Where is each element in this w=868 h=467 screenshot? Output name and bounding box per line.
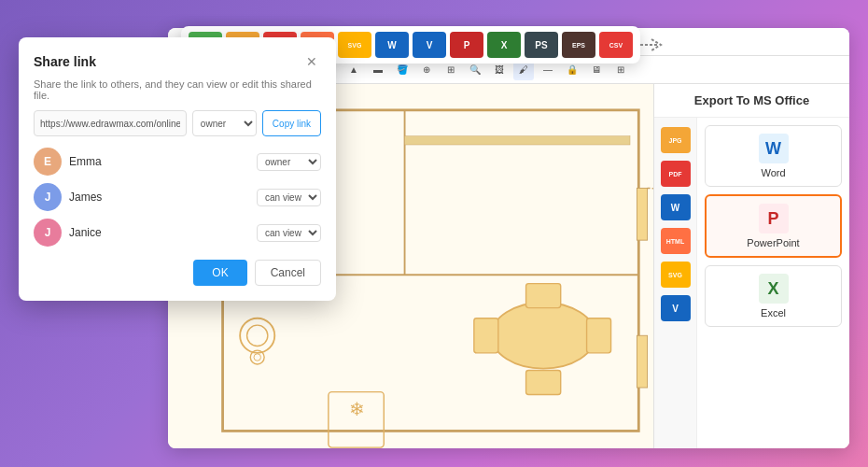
svg-rect-17 [474, 318, 498, 353]
svg-rect-16 [526, 370, 561, 394]
svg-rect-20 [637, 335, 647, 388]
user-name-james: James [69, 191, 257, 204]
user-role-james[interactable]: can view owner [257, 189, 321, 206]
cancel-button[interactable]: Cancel [255, 260, 321, 286]
format-icon-svg[interactable]: SVG [338, 32, 371, 58]
user-name-emma: Emma [69, 155, 257, 168]
export-option-icon-excel: X [759, 274, 789, 304]
modal-footer: OK Cancel [34, 260, 321, 286]
export-option-icon-word: W [759, 134, 789, 163]
format-icon-p[interactable]: P [450, 32, 483, 58]
avatar-james: J [34, 183, 62, 211]
export-option-excel[interactable]: XExcel [705, 265, 842, 327]
format-icon-ps[interactable]: PS [525, 32, 558, 58]
svg-rect-15 [526, 284, 561, 308]
user-name-janice: Janice [69, 226, 257, 239]
format-icon-w[interactable]: W [375, 32, 409, 58]
export-option-label-excel: Excel [761, 307, 786, 318]
export-side-icon-v[interactable]: V [661, 295, 691, 321]
share-modal: Share link ✕ Share the link to others, a… [19, 37, 336, 301]
export-option-powerpoint[interactable]: PPowerPoint [705, 194, 842, 258]
export-panel-title: Export To MS Office [654, 84, 849, 118]
export-side-icon-w[interactable]: W [661, 194, 691, 220]
svg-point-14 [491, 303, 595, 369]
export-side-icon-pdf[interactable]: PDF [661, 161, 691, 187]
export-option-icon-powerpoint: P [759, 204, 789, 234]
user-role-janice[interactable]: can view owner [257, 224, 321, 242]
user-row-james: J James can view owner [34, 183, 321, 211]
link-input[interactable] [34, 110, 187, 136]
export-option-word[interactable]: WWord [705, 125, 842, 187]
modal-description: Share the link to others, and they can v… [34, 78, 321, 101]
link-row: owner can view can edit Copy link [34, 110, 321, 136]
user-row-emma: E Emma owner can view [34, 148, 321, 176]
svg-rect-18 [587, 318, 611, 353]
format-icon-v[interactable]: V [413, 32, 446, 58]
avatar-janice: J [34, 219, 62, 247]
copy-link-button[interactable]: Copy link [262, 110, 321, 136]
close-button[interactable]: ✕ [302, 52, 321, 71]
modal-header: Share link ✕ [34, 52, 321, 71]
link-role-select[interactable]: owner can view can edit [192, 110, 257, 136]
export-panel-body: JPGPDFWHTMLSVGV WWordPPowerPointXExcel [654, 118, 849, 448]
svg-text:❄: ❄ [349, 399, 365, 419]
avatar-emma: E [34, 148, 62, 176]
format-icon-csv[interactable]: CSV [599, 32, 633, 58]
export-side-icons: JPGPDFWHTMLSVGV [654, 118, 697, 448]
export-side-icon-svg[interactable]: SVG [661, 262, 691, 288]
modal-title: Share link [34, 54, 96, 69]
export-side-icon-html[interactable]: HTML [661, 228, 691, 254]
format-icon-x[interactable]: X [487, 32, 521, 58]
user-row-janice: J Janice can view owner [34, 219, 321, 247]
export-option-label-word: Word [761, 167, 785, 178]
export-option-label-powerpoint: PowerPoint [747, 237, 799, 248]
user-role-emma[interactable]: owner can view [257, 153, 321, 171]
arrow-right-icon [640, 35, 666, 54]
ok-button[interactable]: OK [193, 260, 246, 286]
svg-rect-19 [637, 188, 647, 240]
svg-rect-23 [405, 136, 630, 145]
export-options: WWordPPowerPointXExcel [697, 118, 849, 448]
export-side-icon-jpg[interactable]: JPG [661, 127, 691, 153]
export-panel: Export To MS Office JPGPDFWHTMLSVGV WWor… [653, 84, 849, 448]
format-icon-eps[interactable]: EPS [562, 32, 595, 58]
